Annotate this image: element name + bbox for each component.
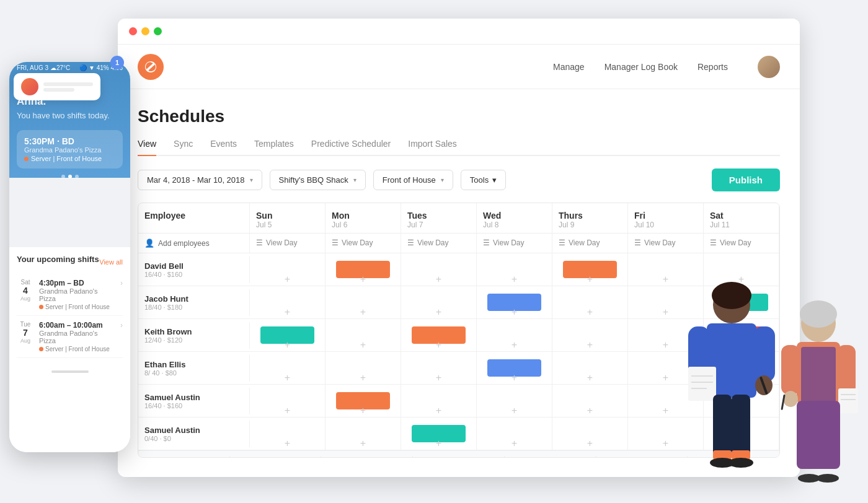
view-all-link[interactable]: View all <box>99 258 123 266</box>
add-shift-button[interactable]: + <box>436 439 441 448</box>
shift-cell-1-5[interactable]: + <box>628 286 704 318</box>
add-shift-button[interactable]: + <box>663 373 668 383</box>
shift-cell-2-6[interactable]: + <box>704 319 779 351</box>
shift-cell-1-1[interactable]: + <box>326 286 401 318</box>
shift-cell-1-2[interactable]: + <box>401 286 477 318</box>
add-shift-button[interactable]: + <box>587 406 593 416</box>
shift-cell-0-6[interactable]: + <box>704 253 779 286</box>
nav-reports[interactable]: Reports <box>698 62 728 72</box>
shift-cell-1-6[interactable]: + <box>704 286 779 318</box>
shift-cell-4-4[interactable]: + <box>552 385 628 417</box>
add-shift-button[interactable]: + <box>512 439 517 448</box>
add-shift-button[interactable]: + <box>360 340 366 350</box>
location-dropdown[interactable]: Shifty's BBQ Shack ▾ <box>270 170 366 190</box>
shift-cell-3-5[interactable]: + <box>628 352 704 384</box>
tools-dropdown[interactable]: Tools ▾ <box>461 170 506 190</box>
shift-cell-5-3[interactable]: + <box>477 418 552 450</box>
add-shift-button[interactable]: + <box>285 406 290 416</box>
add-shift-button[interactable]: + <box>738 340 744 350</box>
shift-cell-5-5[interactable]: + <box>628 418 704 450</box>
view-day-button-mon[interactable]: ☰ View Day <box>332 238 373 247</box>
add-shift-button[interactable]: + <box>587 340 593 350</box>
shift-cell-3-2[interactable]: + <box>401 352 477 384</box>
shift-cell-4-2[interactable]: + <box>401 385 477 417</box>
shift-cell-5-1[interactable]: + <box>326 418 401 450</box>
avatar[interactable] <box>758 56 780 78</box>
shift-cell-4-0[interactable]: + <box>250 385 326 417</box>
tab-templates[interactable]: Templates <box>254 139 294 156</box>
shift-cell-0-2[interactable]: + <box>401 253 477 286</box>
add-shift-button[interactable]: + <box>587 274 593 284</box>
add-shift-button[interactable]: + <box>738 406 744 416</box>
add-shift-button[interactable]: + <box>436 373 441 383</box>
shift-cell-3-3[interactable]: + <box>477 352 552 384</box>
shift-cell-2-3[interactable]: + <box>477 319 552 351</box>
shift-cell-5-4[interactable]: + <box>552 418 628 450</box>
shift-cell-1-4[interactable]: + <box>552 286 628 318</box>
view-day-button-sun[interactable]: ☰ View Day <box>256 238 297 247</box>
add-shift-button[interactable]: + <box>436 274 441 284</box>
shift-cell-2-5[interactable]: + <box>628 319 704 351</box>
add-shift-button[interactable]: + <box>436 307 441 317</box>
add-shift-button[interactable]: + <box>512 373 517 383</box>
tab-view[interactable]: View <box>138 139 156 156</box>
add-shift-button[interactable]: + <box>436 406 441 416</box>
add-shift-button[interactable]: + <box>360 439 366 448</box>
shift-cell-4-5[interactable]: + <box>628 385 704 417</box>
add-employees-button[interactable]: 👤 Add employees <box>144 238 210 248</box>
shift-cell-4-1[interactable]: + <box>326 385 401 417</box>
shift-cell-2-1[interactable]: + <box>326 319 401 351</box>
tab-sync[interactable]: Sync <box>174 139 193 156</box>
add-shift-button[interactable]: + <box>285 439 290 448</box>
shift-cell-2-4[interactable]: + <box>552 319 628 351</box>
shift-cell-5-2[interactable]: + <box>401 418 477 450</box>
shift-cell-0-3[interactable]: + <box>477 253 552 286</box>
shift-cell-5-6[interactable]: + <box>704 418 779 450</box>
view-day-button-sat[interactable]: ☰ View Day <box>710 238 751 247</box>
add-shift-button[interactable]: + <box>285 340 290 350</box>
add-shift-button[interactable]: + <box>663 340 668 350</box>
shift-cell-0-4[interactable]: + <box>552 253 628 286</box>
shift-cell-4-3[interactable]: + <box>477 385 552 417</box>
add-shift-button[interactable]: + <box>360 373 366 383</box>
shift-cell-0-1[interactable]: + <box>326 253 401 286</box>
add-shift-button[interactable]: + <box>587 439 593 448</box>
shift-cell-0-5[interactable]: + <box>628 253 704 286</box>
add-shift-button[interactable]: + <box>663 439 668 448</box>
shift-cell-3-0[interactable]: + <box>250 352 326 384</box>
add-shift-button[interactable]: + <box>738 307 744 317</box>
add-shift-button[interactable]: + <box>738 274 744 284</box>
tab-import-sales[interactable]: Import Sales <box>408 139 457 156</box>
fullscreen-dot[interactable] <box>154 27 162 35</box>
shift-cell-1-0[interactable]: + <box>250 286 326 318</box>
minimize-dot[interactable] <box>141 27 149 35</box>
add-shift-button[interactable]: + <box>587 307 593 317</box>
shift-cell-2-0[interactable]: + <box>250 319 326 351</box>
add-shift-button[interactable]: + <box>738 373 744 383</box>
nav-manager-log-book[interactable]: Manager Log Book <box>604 62 678 72</box>
add-shift-button[interactable]: + <box>738 439 744 448</box>
add-shift-button[interactable]: + <box>285 373 290 383</box>
add-shift-button[interactable]: + <box>360 406 366 416</box>
add-shift-button[interactable]: + <box>663 406 668 416</box>
nav-manage[interactable]: Manage <box>553 62 585 72</box>
shift-cell-1-3[interactable]: + <box>477 286 552 318</box>
view-day-button-thurs[interactable]: ☰ View Day <box>559 238 600 247</box>
shift-cell-5-0[interactable]: + <box>250 418 326 450</box>
tab-events[interactable]: Events <box>210 139 237 156</box>
add-shift-button[interactable]: + <box>285 274 290 284</box>
date-range-dropdown[interactable]: Mar 4, 2018 - Mar 10, 2018 ▾ <box>138 170 262 190</box>
add-shift-button[interactable]: + <box>512 307 517 317</box>
add-shift-button[interactable]: + <box>663 307 668 317</box>
add-shift-button[interactable]: + <box>512 406 517 416</box>
view-day-button-fri[interactable]: ☰ View Day <box>634 238 675 247</box>
shift-cell-3-4[interactable]: + <box>552 352 628 384</box>
add-shift-button[interactable]: + <box>512 274 517 284</box>
tab-predictive-scheduler[interactable]: Predictive Scheduler <box>311 139 391 156</box>
view-day-button-tues[interactable]: ☰ View Day <box>407 238 448 247</box>
shift-cell-3-1[interactable]: + <box>326 352 401 384</box>
add-shift-button[interactable]: + <box>360 307 366 317</box>
add-shift-button[interactable]: + <box>436 340 441 350</box>
shift-cell-3-6[interactable]: + <box>704 352 779 384</box>
add-shift-button[interactable]: + <box>512 340 517 350</box>
